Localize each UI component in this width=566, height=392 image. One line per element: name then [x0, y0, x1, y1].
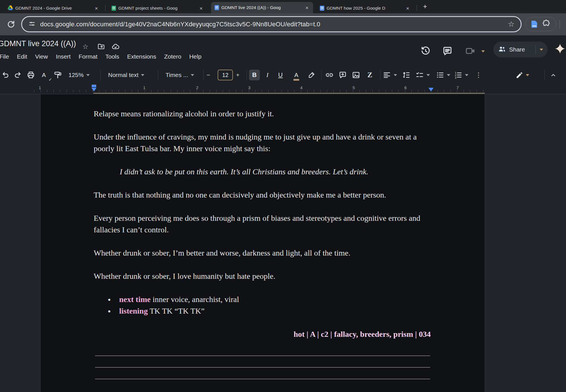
cloud-saved-icon[interactable] — [112, 43, 120, 52]
meet-dropdown-caret[interactable] — [481, 50, 485, 52]
line-spacing-button[interactable] — [402, 69, 411, 81]
font-size-field[interactable]: 12 — [218, 70, 233, 80]
document-canvas: Relapse means rationalizing alcohol in o… — [0, 94, 566, 392]
bold-button[interactable]: B — [249, 70, 260, 80]
paragraph[interactable]: Whether drunk or sober, I’m better and w… — [94, 247, 431, 259]
right-indent-marker[interactable] — [428, 88, 434, 91]
tag-line[interactable]: hot | A | c2 | fallacy, breeders, prism … — [94, 328, 431, 340]
doc-star-icon[interactable]: ☆ — [82, 43, 89, 51]
tab-divider — [417, 5, 417, 11]
collapse-toolbar-icon[interactable] — [548, 70, 559, 80]
toolbar-divider — [158, 70, 158, 80]
document-page[interactable]: Relapse means rationalizing alcohol in o… — [40, 94, 485, 392]
menu-extensions[interactable]: Extensions — [123, 52, 160, 61]
bulleted-list-button[interactable] — [436, 69, 450, 81]
checklist-button[interactable] — [415, 69, 430, 81]
side-panel-doc-icon[interactable] — [531, 21, 537, 28]
url-omnibox[interactable]: docs.google.com/document/d/1ge40V2naC4Nb… — [21, 16, 522, 32]
redo-icon[interactable] — [12, 70, 23, 80]
paragraph-style-select[interactable]: Normal text — [108, 69, 144, 81]
paragraph[interactable]: The truth is that nothing and no one can… — [94, 189, 431, 201]
insert-link-icon[interactable] — [324, 70, 335, 80]
menu-help[interactable]: Help — [185, 52, 205, 61]
paragraph[interactable]: Every person perceiving me does so throu… — [94, 212, 431, 235]
toolbar-overflow-icon[interactable]: ⋮ — [473, 70, 484, 80]
share-label: Share — [509, 46, 525, 53]
undo-icon[interactable] — [0, 70, 11, 80]
checklist-caret — [426, 74, 430, 76]
paragraph[interactable]: Relapse means rationalizing alcohol in o… — [94, 108, 431, 119]
menu-file[interactable]: File — [0, 52, 13, 61]
quote-paragraph[interactable]: I didn’t ask to be put on this earth. It… — [120, 166, 431, 177]
font-caret — [191, 74, 194, 76]
document-title[interactable]: GDMNT live 2024 ((A)) — [0, 39, 76, 48]
menu-format[interactable]: Format — [75, 52, 102, 61]
align-button[interactable] — [383, 69, 397, 81]
comments-icon[interactable] — [442, 46, 453, 57]
bullet-lead: listening — [119, 307, 148, 315]
tab-close-icon[interactable]: × — [198, 5, 204, 11]
google-docs-icon — [320, 6, 324, 11]
ruler-number: 4 — [300, 85, 303, 90]
spellcheck-icon[interactable]: A ✓ — [38, 70, 49, 80]
ruler-number: 3 — [248, 85, 250, 90]
print-icon[interactable] — [25, 70, 36, 80]
new-tab-button[interactable]: + — [421, 3, 429, 11]
browser-extensions-pill — [525, 17, 556, 31]
tab-gdmnt-live-2024-active[interactable]: GDMNT live 2024 ((A)) - Goog × — [211, 2, 313, 13]
text-color-button[interactable]: A — [291, 70, 302, 80]
zotero-icon[interactable]: Z — [365, 70, 375, 80]
ruler[interactable]: 1 1 2 3 4 5 6 7 — [0, 84, 566, 94]
tab-gdmnt-how-2025[interactable]: GDMNT how 2025 - Google D × — [316, 3, 414, 13]
share-button[interactable]: Share — [493, 42, 548, 57]
google-drive-icon — [8, 5, 13, 11]
signature-line — [95, 379, 430, 379]
tab-gdmnt-2024-drive[interactable]: GDMNT 2024 - Google Drive × — [4, 3, 102, 13]
paragraph[interactable]: Under the influence of cravings, my mind… — [94, 131, 431, 154]
meet-camera-icon[interactable] — [465, 46, 476, 57]
numbered-list-button[interactable]: 1 2 3 — [454, 69, 468, 81]
tab-gdmnt-project-sheets[interactable]: GDMNT project sheets - Goog × — [108, 3, 207, 13]
docs-toolbar: A ✓ 125% Normal text Times ... − 12 + — [0, 66, 566, 84]
list-item[interactable]: listening TK TK “TK TK” — [94, 305, 431, 317]
extensions-puzzle-icon[interactable] — [542, 20, 550, 29]
paint-format-icon[interactable] — [53, 70, 63, 80]
underline-button[interactable]: U — [275, 70, 286, 80]
tab-close-icon[interactable]: × — [304, 5, 310, 11]
left-indent-marker[interactable] — [91, 88, 97, 91]
version-history-icon[interactable] — [420, 46, 432, 57]
font-size-decrease[interactable]: − — [207, 69, 210, 81]
toolbar-divider — [321, 70, 321, 80]
menu-view[interactable]: View — [31, 52, 52, 61]
menu-edit[interactable]: Edit — [13, 52, 31, 61]
italic-button[interactable]: I — [262, 70, 273, 80]
tab-close-icon[interactable]: × — [405, 5, 410, 11]
toolbar-divider — [246, 70, 247, 80]
gemini-sparkle-icon[interactable] — [554, 43, 566, 56]
list-item[interactable]: next time inner voice, anarchist, viral — [94, 294, 431, 305]
share-dropdown-caret[interactable] — [540, 49, 543, 51]
editing-mode-button[interactable] — [516, 69, 529, 81]
first-line-indent-marker[interactable] — [92, 85, 96, 87]
url-text[interactable]: docs.google.com/document/d/1ge40V2naC4Nb… — [40, 21, 505, 28]
browser-address-bar: docs.google.com/document/d/1ge40V2naC4Nb… — [0, 13, 566, 35]
tab-title: GDMNT live 2024 ((A)) - Goog — [221, 5, 302, 10]
site-settings-icon[interactable] — [28, 20, 36, 29]
font-select[interactable]: Times ... — [166, 69, 194, 81]
toolbar-divider — [544, 70, 545, 80]
bookmark-star-icon[interactable]: ☆ — [508, 20, 514, 29]
highlight-color-icon[interactable] — [306, 70, 317, 80]
menu-tools[interactable]: Tools — [101, 52, 123, 61]
zoom-select[interactable]: 125% — [68, 69, 90, 81]
browser-tab-strip: GDMNT 2024 - Google Drive × GDMNT projec… — [0, 0, 566, 13]
menu-insert[interactable]: Insert — [52, 52, 75, 61]
paragraph[interactable]: Whether drunk or sober, I love humanity … — [94, 270, 431, 282]
reload-icon[interactable] — [6, 20, 16, 29]
font-size-increase[interactable]: + — [236, 69, 239, 81]
add-comment-icon[interactable] — [337, 70, 348, 80]
menu-zotero[interactable]: Zotero — [160, 52, 185, 61]
move-to-folder-icon[interactable] — [97, 43, 105, 52]
tab-close-icon[interactable]: × — [94, 5, 99, 11]
bullet-list: next time inner voice, anarchist, viral … — [94, 294, 431, 317]
insert-image-icon[interactable] — [351, 70, 361, 80]
